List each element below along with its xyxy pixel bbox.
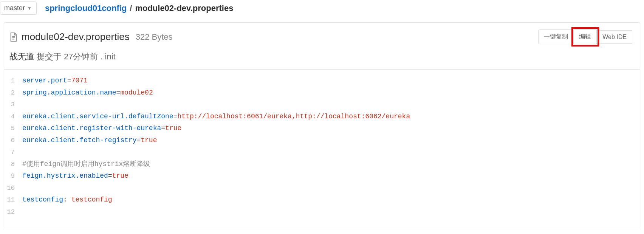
commit-label: 提交于 bbox=[37, 51, 62, 62]
code-content[interactable] bbox=[22, 206, 640, 218]
code-content[interactable]: testconfig: testconfig bbox=[22, 194, 640, 206]
branch-selector[interactable]: master ▼ bbox=[0, 2, 37, 15]
code-line: 5eureka.client.register-with-eureka=true bbox=[4, 122, 640, 135]
code-content[interactable]: eureka.client.service-url.defaultZone=ht… bbox=[22, 111, 640, 123]
breadcrumb-separator: / bbox=[130, 3, 132, 13]
webide-button[interactable]: Web IDE bbox=[597, 30, 632, 44]
breadcrumb-repo[interactable]: springcloud01config bbox=[45, 3, 127, 13]
code-content[interactable]: feign.hystrix.enabled=true bbox=[22, 170, 640, 182]
code-line: 7 bbox=[4, 146, 640, 158]
code-line: 11testconfig: testconfig bbox=[4, 194, 640, 206]
code-line: 4eureka.client.service-url.defaultZone=h… bbox=[4, 111, 640, 123]
branch-name: master bbox=[4, 4, 25, 12]
breadcrumb-file: module02-dev.properties bbox=[135, 3, 233, 13]
code-content[interactable]: #使用feign调用时启用hystrix熔断降级 bbox=[22, 158, 640, 170]
line-number: 9 bbox=[4, 170, 22, 182]
code-content[interactable]: eureka.client.fetch-registry=true bbox=[22, 135, 640, 147]
code-line: 9feign.hystrix.enabled=true bbox=[4, 170, 640, 182]
code-content[interactable] bbox=[22, 146, 640, 158]
line-number: 7 bbox=[4, 147, 22, 158]
code-line: 1server.port=7071 bbox=[4, 75, 640, 87]
line-number: 6 bbox=[4, 135, 22, 146]
code-line: 3 bbox=[4, 99, 640, 111]
line-number: 4 bbox=[4, 111, 22, 122]
copy-button[interactable]: 一键复制 bbox=[538, 29, 574, 44]
topbar: master ▼ springcloud01config / module02-… bbox=[0, 0, 644, 19]
code-line: 10 bbox=[4, 182, 640, 194]
code-line: 8#使用feign调用时启用hystrix熔断降级 bbox=[4, 158, 640, 170]
line-number: 5 bbox=[4, 123, 22, 134]
commit-author[interactable]: 战无道 bbox=[9, 51, 34, 62]
code-viewer: 1server.port=70712spring.application.nam… bbox=[4, 70, 640, 227]
code-line: 6eureka.client.fetch-registry=true bbox=[4, 135, 640, 147]
line-number: 12 bbox=[4, 206, 22, 218]
commit-info: 战无道 提交于 27分钟前 . init bbox=[9, 51, 632, 62]
line-number: 8 bbox=[4, 159, 22, 170]
commit-dot: . bbox=[100, 52, 102, 62]
breadcrumb: springcloud01config / module02-dev.prope… bbox=[45, 3, 233, 13]
caret-down-icon: ▼ bbox=[27, 6, 32, 11]
file-actions: 一键复制 编辑 Web IDE bbox=[538, 29, 632, 44]
code-content[interactable] bbox=[22, 182, 640, 194]
line-number: 10 bbox=[4, 183, 22, 194]
code-line: 12 bbox=[4, 206, 640, 218]
code-content[interactable]: spring.application.name=module02 bbox=[22, 87, 640, 99]
code-line: 2spring.application.name=module02 bbox=[4, 87, 640, 99]
commit-message[interactable]: init bbox=[105, 52, 116, 62]
line-number: 11 bbox=[4, 194, 22, 206]
file-icon bbox=[9, 32, 18, 42]
line-number: 1 bbox=[4, 75, 22, 87]
code-content[interactable] bbox=[22, 99, 640, 111]
line-number: 3 bbox=[4, 99, 22, 110]
file-title: module02-dev.properties bbox=[22, 31, 130, 43]
file-size: 322 Bytes bbox=[136, 32, 173, 42]
file-header: module02-dev.properties 322 Bytes 一键复制 编… bbox=[4, 22, 640, 70]
line-number: 2 bbox=[4, 87, 22, 99]
commit-time: 27分钟前 bbox=[64, 51, 98, 62]
code-content[interactable]: server.port=7071 bbox=[22, 75, 640, 87]
code-content[interactable]: eureka.client.register-with-eureka=true bbox=[22, 122, 640, 135]
edit-button[interactable]: 编辑 bbox=[574, 29, 597, 44]
